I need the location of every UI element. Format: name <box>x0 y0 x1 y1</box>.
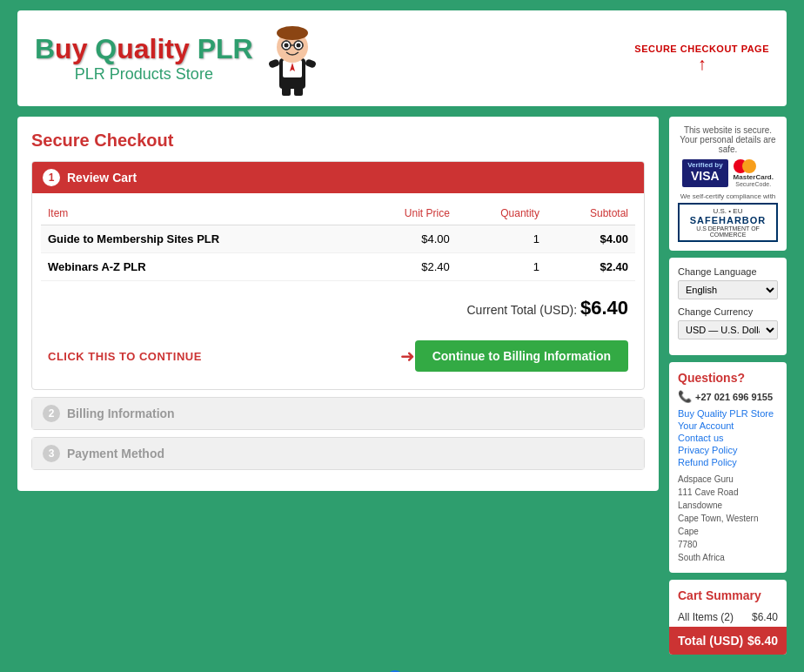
svg-rect-12 <box>282 87 291 96</box>
logo-area: Buy Quality PLR PLR Products Store <box>35 19 323 97</box>
col-unit-price: Unit Price <box>356 202 457 225</box>
summary-items-label: All Items (2) <box>678 611 734 623</box>
currency-select[interactable]: USD — U.S. Dollar <box>678 320 778 339</box>
step-1-number: 1 <box>43 169 60 186</box>
question-link[interactable]: Your Account <box>678 420 778 431</box>
step-1-content: Item Unit Price Quantity Subtotal Guide … <box>32 193 644 389</box>
mc-orange-circle <box>742 159 756 173</box>
svg-rect-15 <box>305 58 317 69</box>
svg-point-10 <box>284 44 288 48</box>
step-billing-header: 2 Billing Information <box>32 398 644 429</box>
visa-badge: Verified by VISA <box>682 159 727 187</box>
col-quantity: Quantity <box>457 202 546 225</box>
mc-code-text: SecureCode. <box>734 181 774 187</box>
mc-badge-area: MasterCard. SecureCode. <box>734 159 774 187</box>
question-link[interactable]: Privacy Policy <box>678 445 778 455</box>
item-subtotal: $2.40 <box>546 253 635 281</box>
address-text: Adspace Guru111 Cave RoadLansdowneCape T… <box>678 473 778 564</box>
main-layout: Secure Checkout 1 Review Cart Item Unit … <box>17 117 787 662</box>
item-quantity: 1 <box>457 253 546 281</box>
col-item: Item <box>41 202 356 225</box>
step-payment: 3 Payment Method <box>31 437 645 470</box>
secure-checkout-label: SECURE CHECKOUT PAGE <box>634 44 769 54</box>
step-2-number: 2 <box>43 405 60 422</box>
mascot-image <box>262 19 323 97</box>
logo-main-text: Buy Quality PLR <box>35 33 253 65</box>
mc-circles <box>734 159 774 173</box>
continue-billing-button[interactable]: Continue to Billing Information <box>415 340 628 372</box>
cart-summary-title: Cart Summary <box>669 580 787 608</box>
checkout-title: Secure Checkout <box>31 131 645 151</box>
cart-summary-items-row: All Items (2) $6.40 <box>669 608 787 627</box>
cart-total-bar: Total (USD) $6.40 <box>669 627 787 655</box>
safeharbor-title: SAFEHARBOR <box>685 215 771 225</box>
cta-right: ➜ Continue to Billing Information <box>393 340 628 372</box>
right-sidebar: This website is secure. Your personal de… <box>669 117 787 662</box>
visa-text: VISA <box>687 169 722 183</box>
card-logos: Verified by VISA MasterCard. SecureCode. <box>678 159 778 187</box>
secure-arrow-icon: ↑ <box>634 54 769 74</box>
question-link[interactable]: Refund Policy <box>678 457 778 467</box>
item-name: Webinars A-Z PLR <box>41 253 356 281</box>
secure-checkout-label-area: SECURE CHECKOUT PAGE ↑ <box>634 44 769 74</box>
step-review-cart-header: 1 Review Cart <box>32 162 644 193</box>
item-name: Guide to Membership Sites PLR <box>41 225 356 253</box>
item-unit-price: $4.00 <box>356 225 457 253</box>
total-amount: $6.40 <box>580 297 628 319</box>
summary-items-total: $6.40 <box>752 611 778 623</box>
phone-icon: 📞 <box>678 390 692 403</box>
question-link[interactable]: Buy Quality PLR Store <box>678 408 778 419</box>
arrow-right-icon: ➜ <box>400 346 415 366</box>
cta-row: CLICK THIS TO CONTINUE ➜ Continue to Bil… <box>41 332 635 380</box>
questions-box: Questions? 📞 +27 021 696 9155 Buy Qualit… <box>669 362 787 573</box>
question-link[interactable]: Contact us <box>678 433 778 443</box>
safeharbor-dept: U.S DEPARTMENT OF COMMERCE <box>685 225 771 238</box>
questions-links[interactable]: Buy Quality PLR StoreYour AccountContact… <box>678 408 778 467</box>
cart-summary-box: Cart Summary All Items (2) $6.40 Total (… <box>669 580 787 655</box>
language-label: Change Language <box>678 266 778 277</box>
step-3-label: Payment Method <box>67 447 164 460</box>
svg-point-4 <box>277 26 308 40</box>
item-subtotal: $4.00 <box>546 225 635 253</box>
safeharbor-flag: U.S. • EU <box>685 207 771 215</box>
safeharbor-badge: U.S. • EU SAFEHARBOR U.S DEPARTMENT OF C… <box>678 203 778 242</box>
currency-label: Change Currency <box>678 306 778 317</box>
col-subtotal: Subtotal <box>546 202 635 225</box>
cart-table: Item Unit Price Quantity Subtotal Guide … <box>41 202 635 281</box>
header: Buy Quality PLR PLR Products Store <box>17 10 787 106</box>
step-billing: 2 Billing Information <box>31 397 645 430</box>
cart-row: Guide to Membership Sites PLR $4.00 1 $4… <box>41 225 635 253</box>
step-1-label: Review Cart <box>67 171 137 185</box>
language-currency-box: Change Language English Change Currency … <box>669 258 787 355</box>
item-unit-price: $2.40 <box>356 253 457 281</box>
phone-row: 📞 +27 021 696 9155 <box>678 390 778 403</box>
total-bar-label: Total (USD) <box>678 634 743 648</box>
questions-title: Questions? <box>678 371 778 385</box>
security-box: This website is secure. Your personal de… <box>669 117 787 251</box>
language-select[interactable]: English <box>678 280 778 299</box>
footer: POWERED BY 2 2CHECKOUT <box>17 662 787 672</box>
step-review-cart: 1 Review Cart Item Unit Price Quantity S… <box>31 161 645 390</box>
step-2-label: Billing Information <box>67 407 175 420</box>
click-this-label: CLICK THIS TO CONTINUE <box>48 350 202 363</box>
phone-number: +27 021 696 9155 <box>695 392 773 402</box>
verified-by-text: Verified by <box>687 161 722 169</box>
logo-text: Buy Quality PLR PLR Products Store <box>35 33 253 84</box>
cart-row: Webinars A-Z PLR $2.40 1 $2.40 <box>41 253 635 281</box>
step-payment-header: 3 Payment Method <box>32 438 644 469</box>
svg-point-11 <box>296 44 300 48</box>
mc-name-text: MasterCard. <box>734 173 774 181</box>
safeharbor-pre: We self-certify compliance with <box>678 192 778 200</box>
item-quantity: 1 <box>457 225 546 253</box>
total-bar-amount: $6.40 <box>747 634 778 648</box>
security-text: This website is secure. Your personal de… <box>678 125 778 154</box>
total-label: Current Total (USD): <box>466 303 577 317</box>
svg-rect-13 <box>294 87 303 96</box>
logo-sub-text: PLR Products Store <box>35 65 253 84</box>
checkout-panel: Secure Checkout 1 Review Cart Item Unit … <box>17 117 659 491</box>
step-3-number: 3 <box>43 445 60 462</box>
cart-total-row: Current Total (USD): $6.40 <box>41 288 635 328</box>
svg-rect-14 <box>268 58 280 69</box>
